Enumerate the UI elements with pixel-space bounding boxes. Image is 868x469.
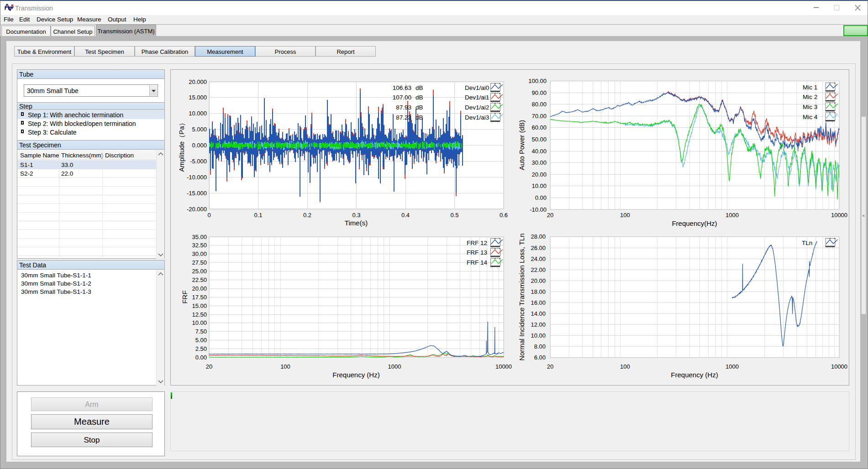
svg-text:Dev1/ai1: Dev1/ai1 bbox=[465, 94, 489, 101]
svg-text:12.50: 12.50 bbox=[192, 311, 207, 318]
svg-text:30.00: 30.00 bbox=[531, 159, 547, 166]
svg-text:15.000: 15.000 bbox=[189, 94, 207, 101]
svg-text:60.00: 60.00 bbox=[531, 124, 547, 131]
svg-text:5.00: 5.00 bbox=[195, 337, 207, 344]
svg-text:Mic 3: Mic 3 bbox=[803, 104, 817, 110]
svg-text:Mic 2: Mic 2 bbox=[803, 94, 817, 100]
svg-text:10.00: 10.00 bbox=[192, 319, 207, 326]
svg-text:20.00: 20.00 bbox=[531, 277, 546, 284]
svg-text:Frequency (Hz): Frequency (Hz) bbox=[332, 371, 379, 379]
svg-text:0.6: 0.6 bbox=[500, 212, 508, 219]
svg-text:10000: 10000 bbox=[831, 212, 847, 219]
svg-text:FRF 14: FRF 14 bbox=[467, 259, 488, 266]
svg-text:Amplitude（Pa）: Amplitude（Pa） bbox=[178, 119, 185, 172]
svg-text:Normal Incidence Transmission: Normal Incidence Transmission Loss, TLn bbox=[518, 233, 526, 360]
svg-text:106.63: 106.63 bbox=[393, 84, 411, 91]
svg-text:6.00: 6.00 bbox=[534, 354, 546, 361]
svg-text:40.00: 40.00 bbox=[531, 148, 547, 155]
svg-text:20.00: 20.00 bbox=[531, 171, 547, 178]
svg-text:22.50: 22.50 bbox=[192, 276, 207, 283]
svg-text:32.50: 32.50 bbox=[192, 242, 207, 249]
svg-text:1000: 1000 bbox=[726, 363, 739, 370]
svg-text:5.000: 5.000 bbox=[192, 126, 207, 133]
svg-text:0.1: 0.1 bbox=[254, 212, 262, 219]
svg-text:Mic 4: Mic 4 bbox=[803, 114, 818, 120]
svg-text:0.00: 0.00 bbox=[535, 194, 547, 201]
svg-text:7.50: 7.50 bbox=[195, 328, 207, 335]
svg-text:50.00: 50.00 bbox=[531, 136, 547, 143]
svg-text:Frequency (Hz): Frequency (Hz) bbox=[671, 371, 718, 379]
svg-text:10000: 10000 bbox=[495, 363, 512, 370]
svg-text:90.00: 90.00 bbox=[531, 89, 547, 96]
svg-text:20: 20 bbox=[547, 363, 553, 370]
svg-text:12.00: 12.00 bbox=[531, 321, 546, 328]
svg-text:dB: dB bbox=[416, 114, 423, 121]
svg-text:87.93: 87.93 bbox=[396, 104, 411, 111]
svg-text:26.00: 26.00 bbox=[531, 245, 546, 251]
svg-text:80.00: 80.00 bbox=[531, 101, 547, 108]
svg-text:25.00: 25.00 bbox=[192, 268, 207, 275]
svg-text:100.00: 100.00 bbox=[528, 78, 547, 84]
svg-text:10000: 10000 bbox=[831, 363, 847, 370]
svg-text:20.00: 20.00 bbox=[192, 285, 207, 292]
svg-text:TLn: TLn bbox=[802, 240, 812, 246]
svg-text:16.00: 16.00 bbox=[531, 299, 546, 306]
svg-text:10.000: 10.000 bbox=[189, 110, 207, 117]
svg-text:0.5: 0.5 bbox=[450, 212, 458, 219]
svg-text:27.50: 27.50 bbox=[192, 259, 207, 266]
svg-text:20.000: 20.000 bbox=[189, 78, 207, 85]
svg-text:17.50: 17.50 bbox=[192, 294, 207, 301]
svg-text:Auto Power (dB): Auto Power (dB) bbox=[518, 120, 526, 170]
svg-text:FRF 12: FRF 12 bbox=[467, 240, 487, 246]
svg-text:1000: 1000 bbox=[726, 212, 739, 219]
svg-text:10.00: 10.00 bbox=[531, 332, 546, 339]
svg-text:-20.000: -20.000 bbox=[187, 206, 207, 213]
svg-text:-10.00: -10.00 bbox=[530, 206, 547, 213]
svg-text:Dev1/ai3: Dev1/ai3 bbox=[465, 114, 489, 121]
svg-text:87.23: 87.23 bbox=[396, 114, 411, 121]
svg-text:Time(s): Time(s) bbox=[345, 219, 368, 227]
svg-text:-5.000: -5.000 bbox=[190, 158, 207, 165]
svg-text:20: 20 bbox=[547, 212, 553, 219]
svg-text:14.00: 14.00 bbox=[531, 310, 546, 317]
svg-text:1000: 1000 bbox=[388, 363, 401, 370]
svg-text:20: 20 bbox=[206, 363, 212, 370]
svg-text:0.4: 0.4 bbox=[401, 212, 410, 219]
svg-text:22.00: 22.00 bbox=[531, 266, 546, 273]
svg-text:Dev1/ai2: Dev1/ai2 bbox=[465, 104, 489, 111]
svg-text:100: 100 bbox=[620, 363, 630, 370]
svg-text:0.3: 0.3 bbox=[352, 212, 360, 219]
svg-text:107.00: 107.00 bbox=[393, 94, 411, 101]
svg-text:-15.000: -15.000 bbox=[187, 190, 207, 197]
svg-text:10.00: 10.00 bbox=[531, 182, 547, 189]
svg-text:0.00: 0.00 bbox=[195, 354, 207, 361]
svg-text:Frequency(Hz): Frequency(Hz) bbox=[672, 219, 717, 227]
svg-text:100: 100 bbox=[280, 363, 290, 370]
svg-text:100: 100 bbox=[620, 212, 630, 219]
svg-text:28.00: 28.00 bbox=[531, 233, 546, 240]
svg-text:24.00: 24.00 bbox=[531, 255, 546, 262]
svg-text:35.00: 35.00 bbox=[192, 234, 207, 240]
svg-text:Dev1/ai0: Dev1/ai0 bbox=[465, 84, 489, 91]
svg-text:-10.000: -10.000 bbox=[187, 174, 207, 181]
svg-text:70.00: 70.00 bbox=[531, 113, 547, 120]
svg-text:2.50: 2.50 bbox=[195, 345, 207, 352]
svg-text:0: 0 bbox=[207, 212, 210, 219]
svg-text:FRF: FRF bbox=[181, 290, 189, 303]
svg-text:dB: dB bbox=[416, 104, 423, 111]
svg-text:dB: dB bbox=[416, 94, 423, 101]
svg-text:FRF 13: FRF 13 bbox=[467, 249, 487, 256]
svg-text:dB: dB bbox=[416, 84, 423, 91]
svg-text:Mic 1: Mic 1 bbox=[803, 84, 817, 91]
svg-text:18.00: 18.00 bbox=[531, 288, 546, 295]
svg-text:15.00: 15.00 bbox=[192, 302, 207, 309]
svg-text:8.00: 8.00 bbox=[534, 343, 546, 350]
svg-text:0.000: 0.000 bbox=[192, 142, 207, 149]
svg-text:30.00: 30.00 bbox=[192, 250, 207, 257]
svg-text:0.2: 0.2 bbox=[303, 212, 311, 219]
